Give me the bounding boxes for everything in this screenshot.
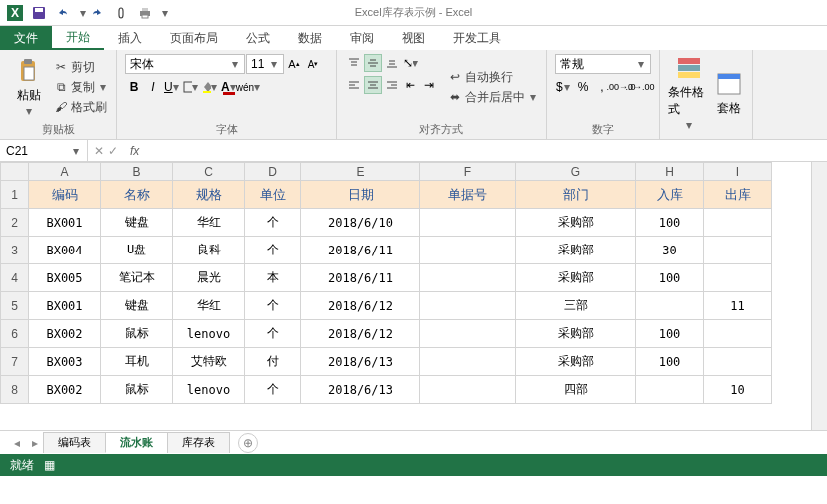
row-header[interactable]: 3 bbox=[1, 237, 29, 264]
data-cell[interactable]: 100 bbox=[636, 348, 704, 376]
data-cell[interactable]: 个 bbox=[245, 209, 301, 237]
tab-file[interactable]: 文件 bbox=[0, 26, 52, 50]
data-cell[interactable] bbox=[420, 376, 516, 404]
data-cell[interactable]: 良科 bbox=[173, 237, 245, 264]
table-header-cell[interactable]: 单据号 bbox=[420, 181, 516, 209]
data-cell[interactable]: 艾特欧 bbox=[173, 348, 245, 376]
col-header[interactable]: A bbox=[29, 163, 101, 181]
data-cell[interactable]: 100 bbox=[636, 209, 704, 237]
sheet-tab[interactable]: 库存表 bbox=[167, 432, 230, 453]
italic-button[interactable]: I bbox=[144, 78, 162, 96]
format-painter-button[interactable]: 🖌格式刷 bbox=[54, 99, 108, 116]
data-cell[interactable]: 鼠标 bbox=[101, 320, 173, 348]
data-cell[interactable]: 2018/6/10 bbox=[301, 209, 420, 237]
sheet-nav-next-icon[interactable]: ▸ bbox=[26, 436, 44, 450]
tab-开始[interactable]: 开始 bbox=[52, 26, 104, 50]
table-header-cell[interactable]: 部门 bbox=[516, 181, 636, 209]
tab-审阅[interactable]: 审阅 bbox=[336, 26, 388, 50]
data-cell[interactable] bbox=[704, 320, 772, 348]
data-cell[interactable]: 采购部 bbox=[516, 320, 636, 348]
undo-dropdown[interactable]: ▾ bbox=[78, 6, 88, 20]
data-cell[interactable] bbox=[636, 292, 704, 320]
row-header[interactable]: 4 bbox=[1, 264, 29, 292]
conditional-formatting-button[interactable]: 条件格式▾ bbox=[668, 54, 710, 132]
align-top-icon[interactable] bbox=[345, 54, 363, 72]
wrap-text-button[interactable]: ↩自动换行 bbox=[448, 69, 538, 86]
data-cell[interactable]: 100 bbox=[636, 264, 704, 292]
undo-icon[interactable] bbox=[54, 4, 72, 22]
format-table-button[interactable]: 套格 bbox=[714, 54, 744, 132]
fill-color-button[interactable]: ▾ bbox=[201, 78, 219, 96]
data-cell[interactable]: 鼠标 bbox=[101, 376, 173, 404]
table-header-cell[interactable]: 规格 bbox=[173, 181, 245, 209]
row-header[interactable]: 1 bbox=[1, 181, 29, 209]
data-cell[interactable]: lenovo bbox=[173, 320, 245, 348]
data-cell[interactable]: 2018/6/11 bbox=[301, 237, 420, 264]
data-cell[interactable] bbox=[704, 209, 772, 237]
data-cell[interactable] bbox=[704, 264, 772, 292]
align-bottom-icon[interactable] bbox=[383, 54, 401, 72]
col-header[interactable]: H bbox=[636, 163, 704, 181]
data-cell[interactable]: 2018/6/12 bbox=[301, 320, 420, 348]
table-header-cell[interactable]: 日期 bbox=[301, 181, 420, 209]
add-sheet-button[interactable]: ⊕ bbox=[238, 433, 258, 453]
font-name-combo[interactable]: 宋体▾ bbox=[125, 54, 245, 74]
data-cell[interactable]: 个 bbox=[245, 320, 301, 348]
data-cell[interactable] bbox=[420, 292, 516, 320]
border-button[interactable]: ▾ bbox=[182, 78, 200, 96]
touch-icon[interactable] bbox=[112, 4, 130, 22]
data-cell[interactable]: BX002 bbox=[29, 320, 101, 348]
table-header-cell[interactable]: 出库 bbox=[704, 181, 772, 209]
fx-icon[interactable]: fx bbox=[124, 144, 145, 158]
data-cell[interactable]: BX002 bbox=[29, 376, 101, 404]
data-cell[interactable]: 2018/6/13 bbox=[301, 376, 420, 404]
tab-公式[interactable]: 公式 bbox=[232, 26, 284, 50]
data-cell[interactable]: 四部 bbox=[516, 376, 636, 404]
increase-indent-icon[interactable]: ⇥ bbox=[420, 76, 438, 94]
phonetic-button[interactable]: wén▾ bbox=[239, 78, 257, 96]
data-cell[interactable]: 采购部 bbox=[516, 209, 636, 237]
data-cell[interactable] bbox=[704, 348, 772, 376]
align-right-icon[interactable] bbox=[383, 76, 401, 94]
paste-button[interactable]: 粘贴 ▾ bbox=[8, 54, 50, 120]
orientation-icon[interactable]: ⤡▾ bbox=[402, 54, 419, 72]
data-cell[interactable] bbox=[420, 237, 516, 264]
merge-center-button[interactable]: ⬌合并后居中▾ bbox=[448, 89, 538, 106]
align-left-icon[interactable] bbox=[345, 76, 363, 94]
data-cell[interactable]: 耳机 bbox=[101, 348, 173, 376]
name-box[interactable]: C21▾ bbox=[0, 140, 88, 161]
data-cell[interactable]: 付 bbox=[245, 348, 301, 376]
row-header[interactable]: 6 bbox=[1, 320, 29, 348]
data-cell[interactable] bbox=[704, 237, 772, 264]
sheet-tab[interactable]: 流水账 bbox=[105, 432, 168, 453]
data-cell[interactable]: BX001 bbox=[29, 209, 101, 237]
data-cell[interactable]: 11 bbox=[704, 292, 772, 320]
macro-record-icon[interactable]: ▦ bbox=[44, 458, 55, 472]
decrease-indent-icon[interactable]: ⇤ bbox=[402, 76, 419, 94]
col-header[interactable]: C bbox=[173, 163, 245, 181]
underline-button[interactable]: U▾ bbox=[163, 78, 181, 96]
col-header[interactable]: G bbox=[516, 163, 636, 181]
col-header[interactable]: F bbox=[420, 163, 516, 181]
data-cell[interactable] bbox=[420, 209, 516, 237]
tab-开发工具[interactable]: 开发工具 bbox=[439, 26, 515, 50]
percent-icon[interactable]: % bbox=[574, 78, 592, 96]
data-cell[interactable]: 华红 bbox=[173, 209, 245, 237]
number-format-combo[interactable]: 常规▾ bbox=[555, 54, 651, 74]
data-cell[interactable]: 10 bbox=[704, 376, 772, 404]
table-header-cell[interactable]: 名称 bbox=[101, 181, 173, 209]
row-header[interactable]: 7 bbox=[1, 348, 29, 376]
tab-页面布局[interactable]: 页面布局 bbox=[156, 26, 232, 50]
vertical-scrollbar[interactable] bbox=[811, 162, 827, 430]
data-cell[interactable]: BX003 bbox=[29, 348, 101, 376]
data-cell[interactable]: 2018/6/13 bbox=[301, 348, 420, 376]
data-cell[interactable]: 2018/6/11 bbox=[301, 264, 420, 292]
data-cell[interactable] bbox=[420, 320, 516, 348]
data-cell[interactable]: 华红 bbox=[173, 292, 245, 320]
data-cell[interactable]: U盘 bbox=[101, 237, 173, 264]
data-cell[interactable] bbox=[636, 376, 704, 404]
table-header-cell[interactable]: 入库 bbox=[636, 181, 704, 209]
data-cell[interactable]: 采购部 bbox=[516, 237, 636, 264]
row-header[interactable]: 2 bbox=[1, 209, 29, 237]
table-header-cell[interactable]: 单位 bbox=[245, 181, 301, 209]
